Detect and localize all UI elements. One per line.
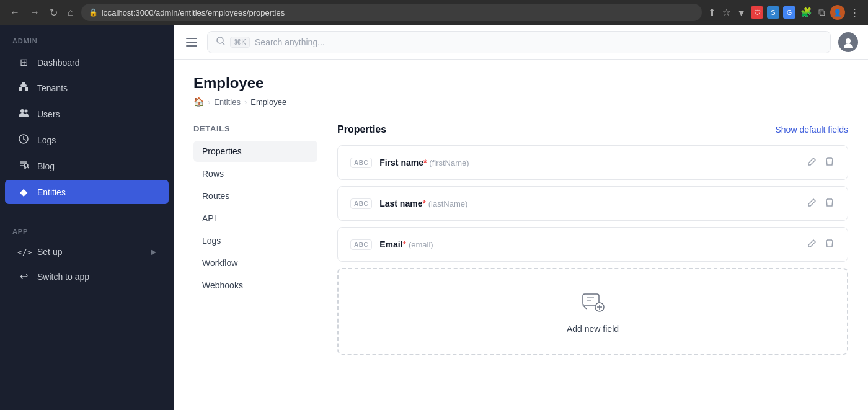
field-row-last-name: ABC Last name* (lastName) xyxy=(337,186,848,221)
left-nav-workflow[interactable]: Workflow xyxy=(193,252,317,274)
user-avatar[interactable] xyxy=(838,32,858,52)
required-marker-1: * xyxy=(423,158,427,167)
browser-chrome: ← → ↻ ⌂ 🔒 localhost:3000/admin/entities/… xyxy=(0,0,868,25)
sidebar-entities-label: Entities xyxy=(37,187,156,197)
properties-header: Properties Show default fields xyxy=(337,124,848,135)
address-bar[interactable]: 🔒 localhost:3000/admin/entities/employee… xyxy=(81,4,702,21)
svg-rect-12 xyxy=(186,42,197,43)
breadcrumb-entities-link[interactable]: Entities xyxy=(214,97,241,107)
window-icon[interactable]: ⧉ xyxy=(817,6,826,19)
url-text: localhost:3000/admin/entities/employees/… xyxy=(102,8,285,17)
breadcrumb-sep-2: › xyxy=(244,97,247,107)
logs-icon xyxy=(17,134,30,146)
edit-field-last-name-button[interactable] xyxy=(807,197,818,210)
sidebar-users-label: Users xyxy=(37,109,156,119)
search-bar[interactable]: ⌘K Search anything... xyxy=(207,31,831,53)
svg-point-6 xyxy=(20,109,24,113)
left-nav-api[interactable]: API xyxy=(193,208,317,229)
svg-line-10 xyxy=(27,167,29,168)
content-columns: Details Properties Rows Routes API Logs … xyxy=(193,124,848,361)
users-icon xyxy=(17,108,30,120)
svg-rect-11 xyxy=(186,38,197,39)
main-content: ⌘K Search anything... Employee 🏠 › Entit… xyxy=(174,25,868,410)
left-column: Details Properties Rows Routes API Logs … xyxy=(193,124,317,361)
field-name-first-name: First name* (firstName) xyxy=(379,158,799,167)
search-shortcut: ⌘K xyxy=(230,37,250,48)
user-avatar-icon[interactable]: 👤 xyxy=(830,5,845,20)
add-new-field-button[interactable]: Add new field xyxy=(337,268,848,355)
breadcrumb-home-icon[interactable]: 🏠 xyxy=(193,97,204,107)
sidebar-dashboard-label: Dashboard xyxy=(37,58,156,68)
search-placeholder: Search anything... xyxy=(255,37,325,47)
extensions-icon[interactable]: 🧩 xyxy=(799,6,813,19)
sidebar-item-entities[interactable]: ◆ Entities xyxy=(5,180,169,204)
field-type-badge-email: ABC xyxy=(350,239,372,250)
sidebar-item-logs[interactable]: Logs xyxy=(5,128,169,153)
svg-point-5 xyxy=(22,82,25,85)
edit-field-first-name-button[interactable] xyxy=(807,156,818,169)
sidebar-item-users[interactable]: Users xyxy=(5,102,169,127)
show-default-fields-button[interactable]: Show default fields xyxy=(775,125,848,135)
svg-line-18 xyxy=(583,305,587,309)
search-icon xyxy=(216,37,225,47)
sidebar-setup-label: Set up xyxy=(37,247,143,257)
app-section-label: APP xyxy=(0,215,174,240)
delete-field-last-name-button[interactable] xyxy=(824,197,835,210)
field-api-name-last-name: (lastName) xyxy=(428,199,468,208)
edit-field-email-button[interactable] xyxy=(807,238,818,251)
sidebar-divider xyxy=(0,210,174,210)
field-name-email: Email* (email) xyxy=(379,239,799,249)
properties-title: Properties xyxy=(337,124,386,135)
entities-icon: ◆ xyxy=(17,186,30,198)
sidebar-item-switch-to-app[interactable]: ↩ Switch to app xyxy=(5,264,169,288)
field-actions-last-name xyxy=(807,197,835,210)
share-icon[interactable]: ⬆ xyxy=(707,6,717,19)
left-nav-properties[interactable]: Properties xyxy=(193,141,317,162)
chevron-right-icon: ▶ xyxy=(151,247,156,256)
svg-point-16 xyxy=(846,38,851,43)
lock-icon: 🔒 xyxy=(89,8,98,17)
field-name-last-name: Last name* (lastName) xyxy=(379,198,799,208)
sidebar-item-tenants[interactable]: Tenants xyxy=(5,76,169,100)
delete-field-first-name-button[interactable] xyxy=(824,156,835,169)
refresh-button[interactable]: ↻ xyxy=(47,4,60,21)
forward-button[interactable]: → xyxy=(27,4,42,20)
breadcrumb: 🏠 › Entities › Employee xyxy=(193,97,848,107)
sidebar-item-blog[interactable]: Blog xyxy=(5,154,169,179)
left-nav-logs[interactable]: Logs xyxy=(193,230,317,251)
required-marker-2: * xyxy=(422,198,425,208)
left-nav-routes[interactable]: Routes xyxy=(193,185,317,207)
menu-icon[interactable]: ⋮ xyxy=(849,6,861,19)
extension-3-icon[interactable]: G xyxy=(783,6,795,19)
page-title: Employee xyxy=(193,74,848,92)
sidebar-tenants-label: Tenants xyxy=(37,83,156,93)
extension-2-icon[interactable]: S xyxy=(767,6,779,19)
delete-field-email-button[interactable] xyxy=(824,238,835,251)
field-actions-email xyxy=(807,238,835,251)
home-button[interactable]: ⌂ xyxy=(65,4,76,20)
tenants-icon xyxy=(17,82,30,94)
left-nav-webhooks[interactable]: Webhooks xyxy=(193,275,317,296)
field-api-name-email: (email) xyxy=(409,240,433,249)
sidebar-item-dashboard[interactable]: ⊞ Dashboard xyxy=(5,50,169,74)
top-bar: ⌘K Search anything... xyxy=(174,25,868,60)
sidebar-blog-label: Blog xyxy=(37,161,156,171)
menu-toggle-button[interactable] xyxy=(184,35,200,49)
svg-line-15 xyxy=(223,43,224,45)
field-type-badge-last-name: ABC xyxy=(350,198,372,209)
switch-icon: ↩ xyxy=(17,270,30,282)
sidebar-switch-label: Switch to app xyxy=(37,272,156,282)
sidebar-logs-label: Logs xyxy=(37,135,156,145)
sidebar-item-setup[interactable]: </> Set up ▶ xyxy=(5,241,169,263)
breadcrumb-current: Employee xyxy=(250,97,286,107)
field-row-first-name: ABC First name* (firstName) xyxy=(337,145,848,180)
back-button[interactable]: ← xyxy=(7,4,22,20)
profile-dropdown-icon[interactable]: ▼ xyxy=(735,6,747,19)
sidebar: ADMIN ⊞ Dashboard Tenants Users Logs xyxy=(0,25,174,410)
add-field-icon xyxy=(580,289,605,316)
admin-section-label: ADMIN xyxy=(0,25,174,50)
extension-1-icon[interactable]: 🛡 xyxy=(751,6,763,19)
left-nav-rows[interactable]: Rows xyxy=(193,163,317,184)
bookmark-icon[interactable]: ☆ xyxy=(721,6,732,19)
field-row-email: ABC Email* (email) xyxy=(337,227,848,262)
